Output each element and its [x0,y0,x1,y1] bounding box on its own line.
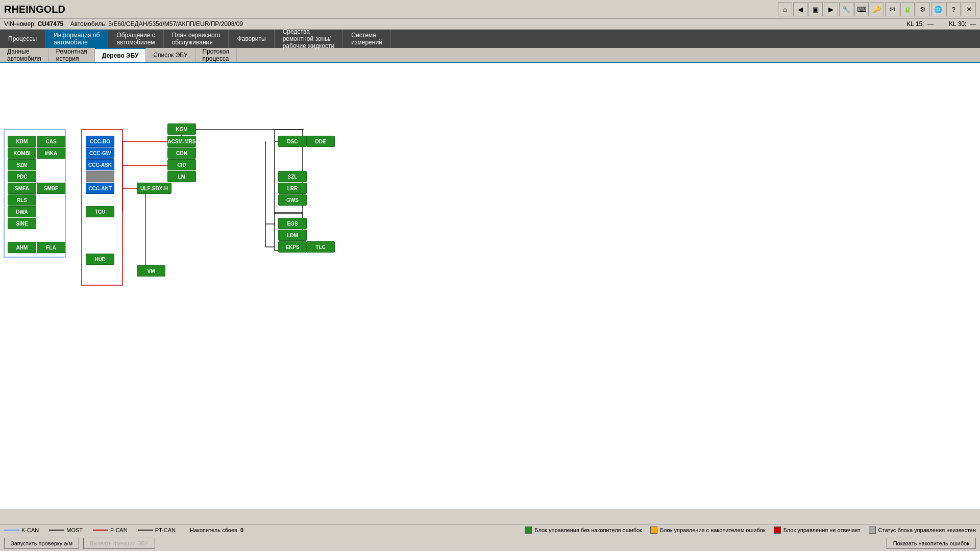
app-title: RHEINGOLD [4,4,65,15]
subtab-ecu-list[interactable]: Список ЭБУ [146,48,195,62]
ecu-IHKA[interactable]: IHKA [37,147,65,159]
ecu-functions-button[interactable]: Вызвать функции ЭБУ [83,538,155,549]
help-icon[interactable]: ? [946,2,961,16]
run-check-button[interactable]: Запустить проверку а/м [4,538,79,549]
home-icon[interactable]: ⌂ [778,2,792,16]
tab-car-info[interactable]: Информация обавтомобиле [45,30,108,48]
status-no-errors: Блок управления без накопителя ошибок [525,527,642,534]
ecu-KBM[interactable]: KBM [8,136,36,147]
main-nav: Процессы Информация обавтомобиле Обращен… [0,30,980,48]
main-content: KBM CAS KOMBI IHKA SZM PDC SMFA SMBF RLS… [0,63,980,509]
settings-icon[interactable]: ⚙ [916,2,930,16]
status-unknown-label: Статус блока управления неизвестен [878,527,976,533]
forward-icon[interactable]: ▶ [824,2,838,16]
ecu-KOMBI[interactable]: KOMBI [8,147,36,159]
connection-lines [0,63,980,509]
screen-icon[interactable]: ▣ [808,2,823,16]
show-errors-button[interactable]: Показать накопитель ошибок [887,538,976,549]
error-counter: Накопитель сбоев 0 [186,527,248,533]
tab-repair-zone[interactable]: Средстваремонтной зоны/рабочие жидкости [275,30,344,48]
ecu-CCC-BO[interactable]: CCC-BO [86,136,114,147]
ecu-TCU[interactable]: TCU [86,206,114,217]
ecu-EKPS[interactable]: EKPS [278,241,307,253]
status-not-responding: Блок управления не отвечает [774,527,861,534]
ecu-LDM[interactable]: LDM [278,230,307,241]
tab-service-plan[interactable]: План сервисногообслуживания [164,30,229,48]
ecu-HUD[interactable]: HUD [86,254,114,265]
error-counter-label: Накопитель сбоев [190,527,237,533]
status-with-errors: Блок управления с накопителем ошибок [650,527,766,534]
globe-icon[interactable]: 🌐 [931,2,945,16]
kcan-label: K-CAN [21,527,39,533]
error-counter-value: 0 [240,527,243,533]
subtab-repair-history[interactable]: Ремонтнаяистория [49,48,95,62]
ecu-LM[interactable]: LM [167,171,196,182]
status-unknown: Статус блока управления неизвестен [869,527,976,534]
sub-nav: Данныеавтомобиля Ремонтнаяистория Дерево… [0,48,980,63]
ecu-FLA[interactable]: FLA [37,242,65,253]
ecu-SZL[interactable]: SZL [278,171,307,182]
legend-ptcan: PT-CAN [138,527,176,533]
tab-measurement[interactable]: Системаизмерений [343,30,391,48]
ecu-AHM[interactable]: AHM [8,242,36,253]
kcan-line-sample [4,530,19,531]
battery-icon[interactable]: 🔋 [900,2,915,16]
ecu-CID[interactable]: CID [167,159,196,170]
status-gray-box [869,527,876,534]
status-not-responding-label: Блок управления не отвечает [783,527,861,533]
close-icon[interactable]: ✕ [962,2,976,16]
ecu-SMBF[interactable]: SMBF [37,183,65,194]
subtab-car-data[interactable]: Данныеавтомобиля [0,48,49,62]
ecu-ULF-SBX-H[interactable]: ULF-SBX-H [137,183,172,194]
ecu-LRR[interactable]: LRR [278,183,307,194]
tab-treatment[interactable]: Обращение савтомобилем [108,30,163,48]
fcan-line-sample [93,530,108,531]
ecu-CCC-ANT[interactable]: CCC-ANT [86,183,114,194]
wrench-icon[interactable]: 🔧 [839,2,853,16]
ecu-TLC[interactable]: TLC [306,241,335,253]
back-icon[interactable]: ◀ [793,2,807,16]
subtab-ecu-tree[interactable]: Дерево ЭБУ [95,48,146,62]
kl-status: KL 15: — KL 30: — [906,20,976,28]
most-line-sample [49,530,64,531]
status-yellow-box [650,527,657,534]
fcan-label: F-CAN [110,527,128,533]
ecu-ACSM-MRS[interactable]: ACSM-MRS [167,136,196,147]
keyboard-icon[interactable]: ⌨ [854,2,869,16]
key-icon[interactable]: 🔑 [870,2,884,16]
ecu-DDE[interactable]: DDE [306,136,335,147]
ecu-DSC[interactable]: DSC [278,136,307,147]
ecu-SMFA[interactable]: SMFA [8,183,36,194]
most-label: MOST [66,527,83,533]
top-bar: RHEINGOLD ⌂ ◀ ▣ ▶ 🔧 ⌨ 🔑 ✉ 🔋 ⚙ 🌐 ? ✕ [0,0,980,19]
bottom-bar: K-CAN MOST F-CAN PT-CAN Накопитель сбоев… [0,524,980,551]
ecu-SZM[interactable]: SZM [8,159,36,170]
ecu-SINE[interactable]: SINE [8,218,36,229]
button-row: Запустить проверку а/м Вызвать функции Э… [0,536,980,551]
ecu-KGM[interactable]: KGM [167,123,196,135]
ecu-CON[interactable]: CON [167,147,196,159]
ecu-GWS[interactable]: GWS [278,194,307,206]
status-with-errors-label: Блок управления с накопителем ошибок [660,527,766,533]
tab-processes[interactable]: Процессы [0,30,45,48]
kl15: KL 15: — [906,20,934,28]
vin-value: CU47475 [38,20,64,28]
email-icon[interactable]: ✉ [885,2,899,16]
tab-favorites[interactable]: Фавориты [229,30,274,48]
ecu-CCC-ASK[interactable]: CCC-ASK [86,159,114,170]
ecu-CAS[interactable]: CAS [37,136,65,147]
status-no-errors-label: Блок управления без накопителя ошибок [534,527,642,533]
subtab-process-log[interactable]: Протоколпроцесса [195,48,237,62]
ecu-DWA[interactable]: DWA [8,206,36,217]
ecu-EGS[interactable]: EGS [278,218,307,229]
status-red-box [774,527,781,534]
ptcan-line-sample [138,530,153,531]
status-green-box [525,527,532,534]
car-label: Автомобиль: [70,20,107,28]
ecu-CCC-empty [86,171,114,182]
legend-row: K-CAN MOST F-CAN PT-CAN Накопитель сбоев… [0,524,980,536]
ecu-RLS[interactable]: RLS [8,194,36,206]
ecu-PDC[interactable]: PDC [8,171,36,182]
ecu-CCC-GW[interactable]: CCC-GW [86,147,114,159]
ecu-VM[interactable]: VM [137,265,165,277]
